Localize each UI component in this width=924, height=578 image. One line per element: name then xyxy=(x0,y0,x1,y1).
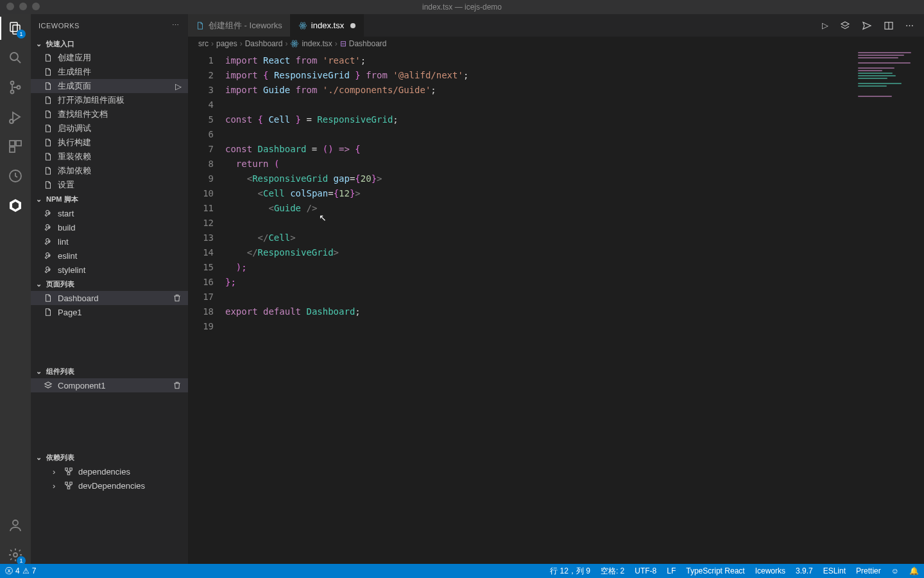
split-editor-icon[interactable] xyxy=(884,21,894,31)
status-prettier[interactable]: Prettier xyxy=(856,566,881,575)
minimap[interactable] xyxy=(853,51,924,564)
tree-row[interactable]: ›dependencies xyxy=(31,464,188,478)
svg-rect-11 xyxy=(10,147,15,152)
close-window-icon[interactable] xyxy=(6,3,14,10)
tree-row-label: stylelint xyxy=(58,265,85,275)
tree-row[interactable]: 启动调试 xyxy=(31,121,188,136)
explorer-icon[interactable]: 1 xyxy=(6,19,24,37)
tree-row-label: 启动调试 xyxy=(58,123,91,134)
file-icon xyxy=(44,53,54,62)
tree-row-label: 生成页面 xyxy=(58,80,91,92)
debug-icon[interactable] xyxy=(6,108,24,126)
tree-row[interactable]: 创建应用 xyxy=(31,51,188,65)
settings-gear-icon[interactable]: 1 xyxy=(6,546,24,564)
status-eol[interactable]: LF xyxy=(667,566,676,575)
account-icon[interactable] xyxy=(6,516,24,534)
svg-rect-18 xyxy=(65,468,68,471)
statusbar: ⓧ 4 ⚠ 7 行 12，列 9 空格: 2 UTF-8 LF TypeScri… xyxy=(0,564,924,578)
feedback-icon[interactable]: ☺ xyxy=(891,566,899,575)
breadcrumbs[interactable]: src›pages›Dashboard›index.tsx›⊟Dashboard xyxy=(188,37,924,51)
status-eslint[interactable]: ESLint xyxy=(823,566,846,575)
sidebar: ICEWORKS ⋯ ⌄ 快速入口 创建应用生成组件生成页面▷打开添加组件面板查… xyxy=(31,14,188,564)
tree-row[interactable]: 打开添加组件面板 xyxy=(31,93,188,107)
tree-row-label: devDependencies xyxy=(78,481,145,491)
breadcrumb-item[interactable]: index.tsx xyxy=(290,39,332,48)
section-quickstart[interactable]: ⌄ 快速入口 xyxy=(31,37,188,51)
source-control-icon[interactable] xyxy=(6,78,24,96)
minimize-window-icon[interactable] xyxy=(19,3,27,10)
section-pages[interactable]: ⌄ 页面列表 xyxy=(31,277,188,291)
trash-icon[interactable] xyxy=(173,381,182,390)
breadcrumb-label: index.tsx xyxy=(302,39,332,48)
play-icon[interactable]: ▷ xyxy=(175,82,182,91)
file-icon xyxy=(44,96,54,105)
file-icon xyxy=(44,180,54,189)
window-controls xyxy=(6,3,40,10)
zoom-window-icon[interactable] xyxy=(32,3,40,10)
editor-more-icon[interactable]: ⋯ xyxy=(905,21,915,30)
wrench-icon xyxy=(44,265,54,274)
wrench-icon xyxy=(44,237,54,246)
svg-rect-22 xyxy=(70,482,73,485)
tree-row[interactable]: ›devDependencies xyxy=(31,478,188,493)
iceworks-icon[interactable] xyxy=(6,197,24,215)
status-encoding[interactable]: UTF-8 xyxy=(635,566,656,575)
code-area[interactable]: 12345678910111213141516171819 import Rea… xyxy=(188,51,924,564)
tree-row[interactable]: stylelint xyxy=(31,263,188,277)
breadcrumb-item[interactable]: Dashboard xyxy=(245,39,283,48)
layers-icon[interactable] xyxy=(840,21,850,31)
wrench-icon xyxy=(44,209,54,218)
tree-row-label: 查找组件文档 xyxy=(58,109,108,120)
tree-row[interactable]: build xyxy=(31,220,188,234)
time-icon[interactable] xyxy=(6,167,24,185)
svg-rect-10 xyxy=(16,141,21,146)
file-icon xyxy=(196,21,205,30)
extensions-icon[interactable] xyxy=(6,137,24,155)
warning-icon: ⚠ xyxy=(22,566,30,575)
tree-row[interactable]: 添加依赖 xyxy=(31,164,188,178)
tree-row[interactable]: 查找组件文档 xyxy=(31,107,188,121)
tree-row[interactable]: 生成页面▷ xyxy=(31,79,188,93)
svg-rect-21 xyxy=(65,482,68,485)
breadcrumb-item[interactable]: ⊟Dashboard xyxy=(340,39,387,48)
tree-row[interactable]: start xyxy=(31,206,188,220)
tab[interactable]: index.tsx xyxy=(291,14,364,37)
breadcrumb-item[interactable]: pages xyxy=(216,39,237,48)
chevron-down-icon: ⌄ xyxy=(33,195,44,204)
status-line-col[interactable]: 行 12，列 9 xyxy=(550,566,590,577)
wrench-icon xyxy=(44,223,54,232)
chevron-right-icon: › xyxy=(285,39,287,48)
status-iceworks[interactable]: Iceworks xyxy=(755,566,785,575)
section-components[interactable]: ⌄ 组件列表 xyxy=(31,364,188,378)
trash-icon[interactable] xyxy=(173,293,182,302)
tree-row[interactable]: eslint xyxy=(31,249,188,263)
bell-icon[interactable]: 🔔 xyxy=(909,566,919,575)
status-language[interactable]: TypeScript React xyxy=(686,566,744,575)
section-deps[interactable]: ⌄ 依赖列表 xyxy=(31,450,188,464)
file-icon xyxy=(44,138,54,147)
tree-row-label: 打开添加组件面板 xyxy=(58,94,124,106)
tree-row[interactable]: 重装依赖 xyxy=(31,150,188,164)
section-npm[interactable]: ⌄ NPM 脚本 xyxy=(31,192,188,206)
search-icon[interactable] xyxy=(6,49,24,67)
breadcrumb-item[interactable]: src xyxy=(198,39,209,48)
tree-row[interactable]: Component1 xyxy=(31,378,188,392)
svg-point-4 xyxy=(11,82,14,85)
status-errors[interactable]: ⓧ 4 ⚠ 7 xyxy=(5,566,36,577)
run-icon[interactable]: ▷ xyxy=(822,21,828,30)
dirty-indicator-icon xyxy=(350,23,355,28)
tree-row[interactable]: 生成组件 xyxy=(31,65,188,79)
file-icon xyxy=(44,67,54,76)
sidebar-more-icon[interactable]: ⋯ xyxy=(172,21,180,30)
tree-row[interactable]: 执行构建 xyxy=(31,136,188,150)
send-icon[interactable] xyxy=(862,21,872,31)
chevron-right-icon: › xyxy=(211,39,214,48)
tree-row[interactable]: 设置 xyxy=(31,178,188,192)
tree-row[interactable]: lint xyxy=(31,234,188,249)
tree-row[interactable]: Dashboard xyxy=(31,291,188,305)
tab[interactable]: 创建组件 - Iceworks xyxy=(188,14,291,37)
status-spaces[interactable]: 空格: 2 xyxy=(601,566,624,577)
status-version[interactable]: 3.9.7 xyxy=(796,566,813,575)
tree-row[interactable]: Page1 xyxy=(31,305,188,319)
window-title: index.tsx — icejs-demo xyxy=(422,3,502,12)
